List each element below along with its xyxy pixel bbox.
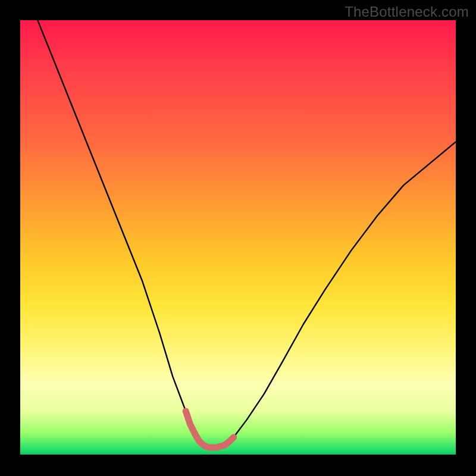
bottleneck-curve — [37, 20, 456, 447]
chart-frame: TheBottleneck.com — [0, 0, 476, 476]
curve-layer — [20, 20, 456, 455]
plot-area — [20, 20, 456, 455]
watermark-text: TheBottleneck.com — [345, 4, 469, 20]
optimal-highlight — [186, 411, 234, 447]
